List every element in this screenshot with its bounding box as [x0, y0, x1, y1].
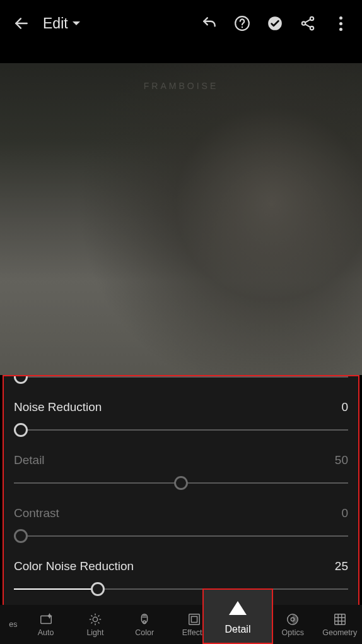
slider-thumb[interactable]	[14, 423, 28, 437]
edit-menu[interactable]: Edit	[43, 15, 81, 32]
tab-auto[interactable]: Auto	[21, 605, 70, 644]
more-button[interactable]	[327, 9, 354, 37]
tab-label: Color	[135, 628, 154, 637]
slider-label: Detail	[14, 453, 45, 467]
auto-icon	[39, 612, 53, 626]
detail-popup[interactable]: Detail	[202, 588, 273, 644]
slider-track[interactable]	[14, 474, 348, 492]
svg-line-18	[98, 615, 100, 616]
caret-down-icon	[72, 20, 81, 27]
bottom-tabs: es Auto Light Color Effects Detail Optic…	[0, 605, 362, 644]
svg-line-17	[91, 622, 92, 623]
svg-rect-26	[334, 614, 345, 624]
tab-label: Light	[86, 628, 103, 637]
svg-point-4	[310, 17, 313, 20]
tab-label: Auto	[38, 628, 54, 637]
edit-label: Edit	[43, 15, 68, 32]
slider-detail: Detail 50	[14, 442, 348, 495]
slider-label: Noise Reduction	[14, 400, 102, 414]
slider-track[interactable]	[14, 580, 348, 599]
triangle-up-icon	[229, 601, 247, 615]
svg-rect-22	[189, 614, 199, 624]
tab-optics[interactable]: Optics	[268, 605, 317, 644]
back-button[interactable]	[8, 9, 35, 37]
svg-line-16	[98, 622, 100, 623]
slider-partial-track[interactable]	[14, 375, 348, 386]
slider-track[interactable]	[14, 420, 348, 439]
slider-value: 50	[335, 453, 348, 467]
slider-track[interactable]	[14, 527, 348, 546]
detail-panel: Noise Reduction 0 Detail 50 Contrast	[3, 375, 359, 641]
photo-preview[interactable]: FRAMBOISE	[0, 63, 362, 375]
tab-label: es	[9, 620, 17, 629]
tab-presets[interactable]: es	[0, 605, 21, 644]
slider-noise-reduction: Noise Reduction 0	[14, 389, 348, 442]
svg-point-5	[302, 21, 305, 25]
slider-label: Color Noise Reduction	[14, 559, 134, 573]
undo-button[interactable]	[196, 9, 223, 37]
svg-line-8	[305, 24, 310, 27]
help-button[interactable]	[228, 9, 256, 37]
top-bar: Edit	[0, 0, 362, 47]
svg-point-2	[242, 27, 243, 28]
color-icon	[137, 612, 151, 626]
detail-popup-label: Detail	[225, 624, 251, 635]
slider-value: 0	[341, 506, 348, 520]
geometry-icon	[333, 612, 347, 626]
photo-watermark: FRAMBOISE	[144, 81, 218, 91]
tab-light[interactable]: Light	[71, 605, 120, 644]
effects-icon	[187, 612, 201, 626]
slider-thumb[interactable]	[174, 476, 188, 490]
slider-partial	[14, 375, 348, 389]
light-icon	[88, 612, 102, 626]
svg-point-6	[310, 27, 313, 30]
slider-value: 0	[341, 400, 348, 414]
slider-value: 25	[335, 559, 348, 573]
confirm-button[interactable]	[261, 9, 289, 37]
slider-label: Contrast	[14, 506, 59, 520]
share-button[interactable]	[294, 9, 322, 37]
slider-contrast: Contrast 0	[14, 495, 348, 548]
tab-color[interactable]: Color	[120, 605, 169, 644]
tab-label: Optics	[282, 628, 304, 637]
slider-thumb[interactable]	[14, 375, 28, 384]
svg-point-10	[93, 617, 97, 621]
tab-geometry[interactable]: Geometry	[317, 605, 362, 644]
optics-icon	[286, 612, 300, 626]
svg-rect-23	[191, 616, 197, 622]
svg-line-15	[91, 615, 92, 616]
svg-point-19	[143, 621, 146, 624]
photo-image: FRAMBOISE	[0, 63, 362, 375]
svg-line-7	[305, 20, 310, 23]
slider-thumb[interactable]	[14, 529, 28, 543]
slider-thumb[interactable]	[91, 582, 105, 596]
tab-label: Geometry	[322, 628, 357, 637]
slider-color-noise: Color Noise Reduction 25	[14, 548, 348, 601]
